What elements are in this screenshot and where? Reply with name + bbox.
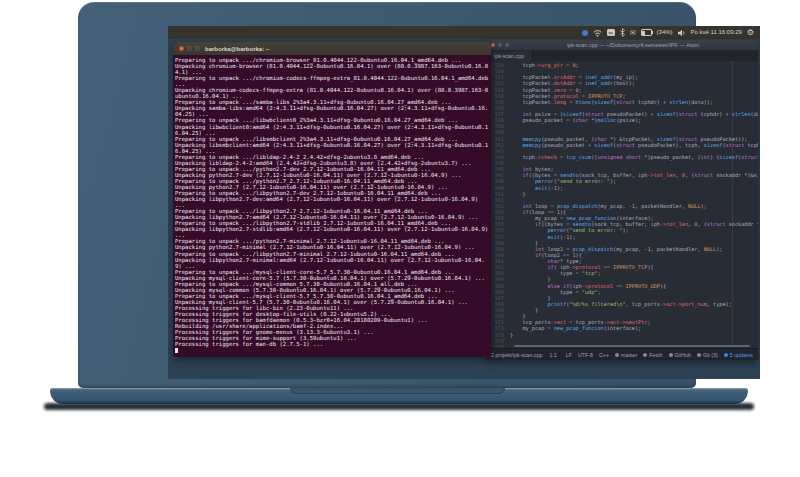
bluetooth-icon[interactable]: [620, 28, 625, 37]
close-button[interactable]: [491, 43, 495, 47]
terminal-body[interactable]: Preparing to unpack .../chromium-browser…: [173, 55, 491, 357]
maximize-button[interactable]: [195, 46, 200, 51]
atom-window-buttons: [491, 43, 509, 47]
laptop-lid: cs ✉ (34%) Po kvě 11 16:09:29 ⚙: [78, 2, 696, 388]
terminal-window-title: barborka@barborka: ~: [205, 46, 269, 52]
status-right: LFUTF-8C++masterFetchGitHubGit (3)5 upda…: [566, 352, 753, 358]
terminal-line: Unpacking chromium-browser (81.0.4044.12…: [175, 63, 490, 75]
git-icon: [697, 353, 701, 357]
terminal-line: Unpacking libpython2.7-dev:amd64 (2.7.12…: [175, 196, 490, 208]
status-file-path: 2.projekt/ipk-scan.cpp: [491, 352, 543, 358]
terminal-line: Unpacking libwbclient0:amd64 (2:4.3.11+d…: [175, 124, 490, 136]
status-item-master[interactable]: master: [615, 352, 637, 358]
atom-window-title: ipk-scan.cpp — ~/Dokumenty/4.semester/IP…: [513, 42, 753, 48]
minimize-button[interactable]: [498, 43, 502, 47]
terminal-titlebar[interactable]: barborka@barborka: ~: [173, 42, 491, 55]
minimize-button[interactable]: [187, 46, 192, 51]
terminal-line: Preparing to unpack .../libsmbclient_2%3…: [175, 136, 490, 142]
updates-icon: [724, 353, 728, 357]
session-gear-icon[interactable]: ⚙: [747, 26, 754, 39]
screen: cs ✉ (34%) Po kvě 11 16:09:29 ⚙: [168, 26, 760, 379]
terminal-line: Unpacking chromium-codecs-ffmpeg-extra (…: [175, 87, 490, 99]
app-indicator-icon[interactable]: [582, 30, 588, 36]
status-item-lf[interactable]: LF: [566, 352, 572, 358]
code-area[interactable]: tcph->urg_ptr = 0; tcpPacket.srcAddr = i…: [507, 61, 758, 348]
battery-percent: (34%): [657, 26, 673, 39]
atom-statusbar: 2.projekt/ipk-scan.cpp 1:1 LFUTF-8C++mas…: [486, 348, 758, 360]
code-lines: tcph->urg_ptr = 0; tcpPacket.srcAddr = i…: [510, 62, 758, 348]
top-panel: cs ✉ (34%) Po kvě 11 16:09:29 ⚙: [168, 26, 760, 39]
sync-icon: [643, 353, 647, 357]
status-item-c-[interactable]: C++: [599, 352, 609, 358]
status-item-git-3-[interactable]: Git (3): [697, 352, 718, 358]
clock[interactable]: Po kvě 11 16:09:29: [691, 26, 742, 39]
laptop-base-notch: [290, 388, 505, 394]
terminal-window-buttons: [179, 46, 200, 51]
laptop-shadow: [44, 403, 754, 410]
mail-icon[interactable]: ✉: [630, 26, 636, 39]
terminal-line: Unpacking libsmbclient:amd64 (2:4.3.11+d…: [175, 142, 490, 154]
terminal-line: Unpacking libpython2.7-minimal:amd64 (2.…: [175, 257, 490, 269]
tab-ipk-scan-cpp[interactable]: ipk-scan.cpp: [486, 51, 533, 61]
terminal-line: Preparing to unpack .../mysql-client-cor…: [175, 269, 490, 275]
terminal-cursor-line: [175, 347, 490, 353]
maximize-button[interactable]: [505, 43, 509, 47]
terminal-line: Preparing to unpack .../chromium-codecs-…: [175, 75, 490, 87]
atom-editor[interactable]: 5295305315325335345355365375385395405415…: [486, 61, 758, 348]
status-cursor-position[interactable]: 1:1: [550, 352, 557, 358]
atom-titlebar[interactable]: ipk-scan.cpp — ~/Dokumenty/4.semester/IP…: [486, 40, 758, 50]
terminal-line: Unpacking samba-libs:amd64 (2:4.3.11+dfs…: [175, 105, 490, 117]
wifi-icon[interactable]: [593, 29, 602, 37]
status-item-5-updates[interactable]: 5 updates: [724, 352, 753, 358]
status-item-utf-8[interactable]: UTF-8: [578, 352, 593, 358]
keyboard-layout-icon[interactable]: cs: [607, 29, 615, 36]
status-item-github[interactable]: GitHub: [669, 352, 692, 358]
branch-icon: [615, 353, 619, 357]
github-icon: [669, 353, 673, 357]
terminal-line: Unpacking libldap-2.4-2:amd64 (2.4.42+df…: [175, 160, 490, 166]
terminal-line: Unpacking mysql-client-core-5.7 (5.7.30-…: [175, 275, 490, 281]
volume-icon[interactable]: [678, 29, 686, 37]
terminal-line: Unpacking python2.7-minimal (2.7.12-1ubu…: [175, 244, 490, 250]
atom-window: ipk-scan.cpp — ~/Dokumenty/4.semester/IP…: [486, 40, 758, 360]
terminal-line: Unpacking mysql-common (5.7.30-0ubuntu0.…: [175, 287, 490, 293]
laptop-base: [50, 388, 748, 404]
terminal-line: Preparing to unpack .../libwbclient0_2%3…: [175, 117, 490, 123]
page: cs ✉ (34%) Po kvě 11 16:09:29 ⚙: [0, 0, 800, 477]
close-button[interactable]: [179, 46, 184, 51]
terminal-window: barborka@barborka: ~ Preparing to unpack…: [173, 42, 491, 357]
terminal-cursor: [175, 348, 178, 353]
terminal-line: Unpacking libpython2.7-stdlib:amd64 (2.7…: [175, 226, 490, 238]
horizontal-scrollbar[interactable]: [514, 345, 750, 347]
terminal-line: Preparing to unpack .../libpython2.7-min…: [175, 251, 490, 257]
status-item-fetch[interactable]: Fetch: [643, 352, 662, 358]
atom-tabbar: ipk-scan.cpp: [486, 50, 758, 61]
battery-icon[interactable]: [641, 29, 652, 36]
